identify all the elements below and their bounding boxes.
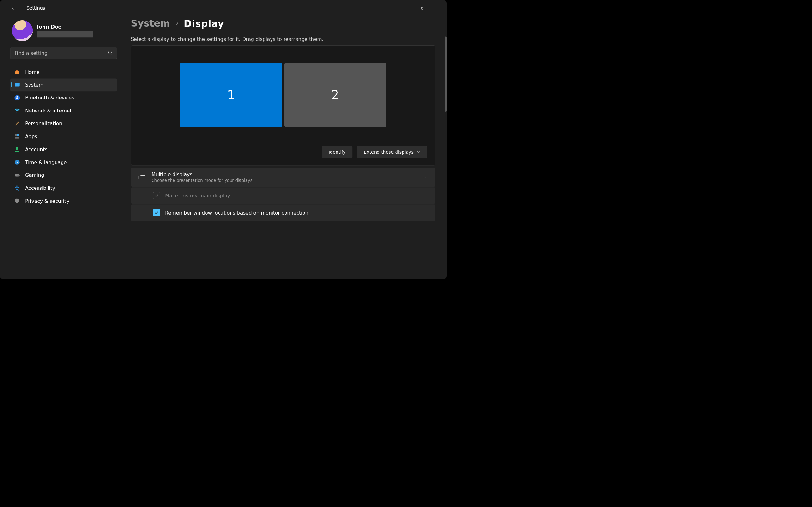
window-controls xyxy=(398,0,447,16)
chevron-right-icon xyxy=(175,21,179,26)
chevron-up-icon xyxy=(423,175,428,179)
breadcrumb-parent[interactable]: System xyxy=(131,18,170,29)
svg-point-19 xyxy=(16,185,18,187)
back-button[interactable] xyxy=(10,5,16,11)
minimize-button[interactable] xyxy=(398,0,415,16)
breadcrumb: System Display xyxy=(131,16,436,29)
maximize-button[interactable] xyxy=(415,0,431,16)
sidebar-item-label: Accounts xyxy=(25,147,47,152)
page-subtitle: Select a display to change the settings … xyxy=(131,37,436,42)
sidebar-item-accessibility[interactable]: Accessibility xyxy=(10,181,117,194)
sidebar-item-label: Privacy & security xyxy=(25,198,69,204)
monitor-1[interactable]: 1 xyxy=(180,63,282,127)
sidebar-item-label: Home xyxy=(25,69,39,75)
sidebar-item-home[interactable]: Home xyxy=(10,66,117,78)
chevron-down-icon xyxy=(417,150,420,155)
sidebar-item-apps[interactable]: Apps xyxy=(10,130,117,143)
sidebar-item-bluetooth[interactable]: Bluetooth & devices xyxy=(10,91,117,104)
svg-rect-12 xyxy=(15,136,17,138)
brush-icon xyxy=(14,120,20,127)
sidebar-item-label: Bluetooth & devices xyxy=(25,95,74,101)
svg-rect-11 xyxy=(17,134,19,136)
extend-displays-dropdown[interactable]: Extend these displays xyxy=(357,146,427,158)
option-label: Remember window locations based on monit… xyxy=(165,210,308,216)
group-description: Choose the presentation mode for your di… xyxy=(151,178,417,183)
person-icon xyxy=(14,146,20,153)
group-title: Multiple displays xyxy=(151,171,417,177)
svg-line-5 xyxy=(111,53,112,54)
svg-rect-13 xyxy=(17,136,19,138)
sidebar-item-privacy[interactable]: Privacy & security xyxy=(10,194,117,208)
sidebar-item-network[interactable]: Network & internet xyxy=(10,104,117,117)
gamepad-icon xyxy=(14,172,20,178)
svg-point-18 xyxy=(18,175,18,176)
nav: Home System Bluetooth & devices Network … xyxy=(10,66,117,208)
system-icon xyxy=(14,82,20,88)
multiple-displays-group: Multiple displays Choose the presentatio… xyxy=(131,168,436,221)
svg-rect-7 xyxy=(16,87,18,87)
sidebar: John Doe Home System xyxy=(0,16,128,279)
sidebar-item-label: Personalization xyxy=(25,121,62,126)
display-arrangement-box: 1 2 Identify Extend these displays xyxy=(131,45,436,166)
search-box[interactable] xyxy=(10,47,117,60)
svg-point-17 xyxy=(16,175,16,176)
accessibility-icon xyxy=(14,185,20,191)
sidebar-item-system[interactable]: System xyxy=(10,78,117,92)
profile-email-placeholder xyxy=(37,31,93,38)
option-main-display: Make this my main display xyxy=(131,187,436,204)
shield-icon xyxy=(14,198,20,204)
sidebar-item-personalization[interactable]: Personalization xyxy=(10,117,117,130)
svg-rect-16 xyxy=(14,174,20,177)
svg-rect-6 xyxy=(14,83,20,87)
multiple-displays-header[interactable]: Multiple displays Choose the presentatio… xyxy=(131,168,436,187)
main-content: System Display Select a display to chang… xyxy=(128,16,447,279)
scrollbar[interactable] xyxy=(445,37,447,112)
apps-icon xyxy=(14,133,20,140)
checkbox-main-display xyxy=(153,192,160,199)
identify-button[interactable]: Identify xyxy=(322,146,352,158)
wifi-icon xyxy=(14,107,20,114)
checkbox-remember-locations[interactable] xyxy=(153,209,160,216)
option-label: Make this my main display xyxy=(165,193,230,199)
svg-rect-1 xyxy=(421,7,423,9)
close-button[interactable] xyxy=(430,0,447,16)
sidebar-item-label: Apps xyxy=(25,134,37,139)
settings-window: Settings John Doe xyxy=(0,0,447,279)
svg-point-4 xyxy=(108,51,111,54)
sidebar-item-time[interactable]: Time & language xyxy=(10,156,117,169)
monitor-canvas[interactable]: 1 2 xyxy=(138,63,428,127)
search-input[interactable] xyxy=(14,50,108,56)
bluetooth-icon xyxy=(14,95,20,101)
sidebar-item-label: System xyxy=(25,82,43,88)
page-title: Display xyxy=(184,18,224,29)
svg-point-9 xyxy=(16,112,17,112)
search-icon xyxy=(108,50,113,56)
sidebar-item-label: Accessibility xyxy=(25,185,55,191)
displays-icon xyxy=(138,174,146,181)
svg-point-14 xyxy=(16,147,18,150)
home-icon xyxy=(14,69,20,75)
avatar xyxy=(12,20,33,41)
profile[interactable]: John Doe xyxy=(10,16,117,43)
window-title: Settings xyxy=(27,5,45,10)
option-remember-locations[interactable]: Remember window locations based on monit… xyxy=(131,205,436,221)
sidebar-item-gaming[interactable]: Gaming xyxy=(10,169,117,181)
monitor-2[interactable]: 2 xyxy=(284,63,386,127)
sidebar-item-label: Time & language xyxy=(25,159,67,165)
sidebar-item-label: Network & internet xyxy=(25,108,72,113)
clock-icon xyxy=(14,159,20,165)
profile-name: John Doe xyxy=(37,24,93,30)
sidebar-item-label: Gaming xyxy=(25,172,44,178)
svg-rect-10 xyxy=(15,134,17,136)
sidebar-item-accounts[interactable]: Accounts xyxy=(10,143,117,156)
svg-rect-20 xyxy=(139,176,143,179)
titlebar: Settings xyxy=(0,0,447,16)
